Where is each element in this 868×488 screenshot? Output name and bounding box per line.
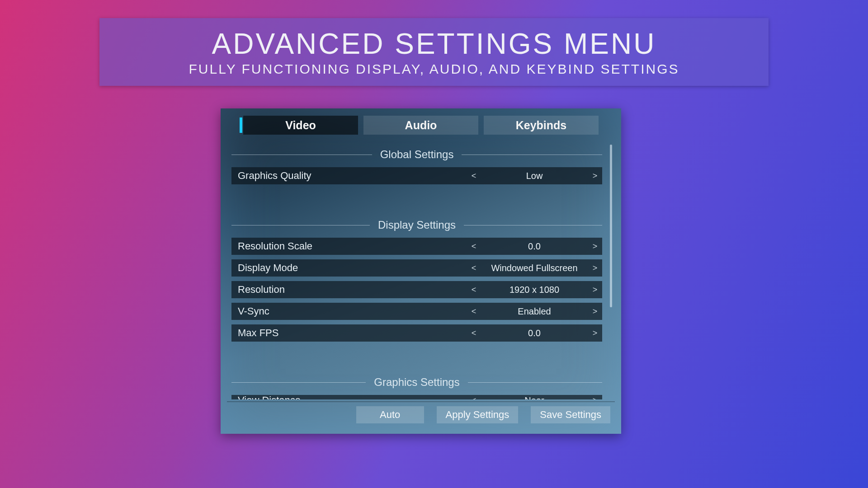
value-resolution: 868 x 488 [481, 285, 588, 295]
prev-button[interactable]: < [467, 242, 481, 251]
next-button[interactable]: > [588, 242, 602, 251]
label-view-distance: View Distance [231, 395, 467, 399]
divider-icon [231, 155, 372, 155]
auto-button[interactable]: Auto [356, 406, 424, 423]
value-vsync: Enabled [481, 306, 588, 317]
next-button[interactable]: > [588, 171, 602, 181]
next-button[interactable]: > [588, 285, 602, 295]
row-display-mode: Display Mode < Windowed Fullscreen > [231, 259, 602, 277]
tab-audio[interactable]: Audio [363, 116, 478, 135]
tab-audio-label: Audio [405, 119, 437, 132]
label-display-mode: Display Mode [231, 259, 467, 277]
row-view-distance: View Distance < Near > [231, 395, 602, 399]
apply-settings-label: Apply Settings [446, 409, 509, 421]
selector-view-distance: < Near > [467, 395, 602, 399]
prev-button[interactable]: < [467, 328, 481, 338]
divider-icon [462, 155, 602, 155]
row-vsync: V-Sync < Enabled > [231, 303, 602, 320]
selector-display-mode: < Windowed Fullscreen > [467, 259, 602, 277]
prev-button[interactable]: < [467, 285, 481, 295]
row-graphics-quality: Graphics Quality < Low > [231, 167, 602, 184]
label-resolution-scale: Resolution Scale [231, 238, 467, 255]
value-max-fps: 0.0 [481, 328, 588, 338]
banner-subtitle: FULLY FUNCTIONING DISPLAY, AUDIO, AND KE… [189, 61, 679, 77]
label-vsync: V-Sync [231, 303, 467, 320]
value-resolution-scale: 0.0 [481, 241, 588, 252]
settings-scroll-area[interactable]: Global Settings Graphics Quality < Low >… [227, 140, 615, 399]
tab-keybinds[interactable]: Keybinds [484, 116, 599, 135]
apply-settings-button[interactable]: Apply Settings [437, 406, 519, 423]
next-button[interactable]: > [588, 328, 602, 338]
scrollbar-thumb[interactable] [610, 145, 612, 307]
settings-panel: Video Audio Keybinds Global Settings Gra… [221, 108, 621, 434]
row-max-fps: Max FPS < 0.0 > [231, 324, 602, 342]
tab-video-label: Video [285, 119, 316, 132]
next-button[interactable]: > [588, 263, 602, 273]
divider-icon [464, 225, 602, 225]
selector-graphics-quality: < Low > [467, 167, 602, 184]
row-resolution: Resolution < 868 x 488 > [231, 281, 602, 298]
banner-title: ADVANCED SETTINGS MENU [212, 27, 656, 61]
save-settings-button[interactable]: Save Settings [531, 406, 610, 423]
value-display-mode: Windowed Fullscreen [481, 263, 588, 273]
section-title-graphics: Graphics Settings [374, 376, 459, 389]
section-header-graphics: Graphics Settings [231, 376, 602, 389]
next-button[interactable]: > [588, 395, 602, 399]
selector-resolution-scale: < 0.0 > [467, 238, 602, 255]
section-header-global: Global Settings [231, 148, 602, 161]
selector-resolution: < 868 x 488 > [467, 281, 602, 298]
save-settings-label: Save Settings [540, 409, 601, 421]
section-title-display: Display Settings [378, 219, 456, 231]
divider-icon [468, 382, 602, 383]
prev-button[interactable]: < [467, 307, 481, 316]
value-view-distance: Near [481, 395, 588, 399]
prev-button[interactable]: < [467, 395, 481, 399]
prev-button[interactable]: < [467, 263, 481, 273]
title-banner: ADVANCED SETTINGS MENU FULLY FUNCTIONING… [99, 18, 769, 86]
tab-video[interactable]: Video [243, 116, 358, 135]
prev-button[interactable]: < [467, 171, 481, 181]
tab-keybinds-label: Keybinds [516, 119, 567, 132]
label-graphics-quality: Graphics Quality [231, 167, 467, 184]
row-resolution-scale: Resolution Scale < 0.0 > [231, 238, 602, 255]
section-title-global: Global Settings [380, 148, 454, 161]
label-max-fps: Max FPS [231, 324, 467, 342]
tab-bar: Video Audio Keybinds [227, 113, 615, 135]
next-button[interactable]: > [588, 307, 602, 316]
divider-icon [231, 225, 370, 225]
button-bar: Auto Apply Settings Save Settings [227, 401, 615, 427]
auto-button-label: Auto [380, 409, 400, 421]
selector-max-fps: < 0.0 > [467, 324, 602, 342]
selector-vsync: < Enabled > [467, 303, 602, 320]
section-header-display: Display Settings [231, 219, 602, 231]
label-resolution: Resolution [231, 281, 467, 298]
divider-icon [231, 382, 366, 383]
value-graphics-quality: Low [481, 171, 588, 181]
